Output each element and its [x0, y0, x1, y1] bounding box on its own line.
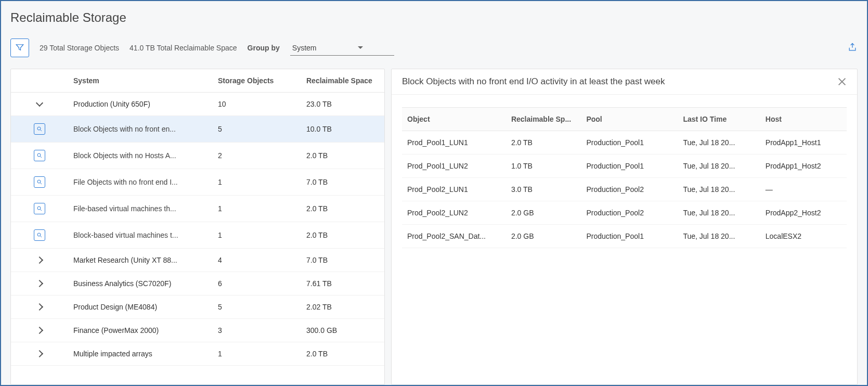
export-button[interactable] — [847, 41, 858, 55]
rule-name: Block Objects with no Hosts A... — [68, 144, 213, 167]
svg-point-0 — [37, 127, 41, 130]
table-row[interactable]: Prod_Pool1_LUN2 1.0 TB Production_Pool1 … — [402, 155, 847, 178]
system-name[interactable]: Production (Unity 650F) — [68, 93, 213, 115]
rule-row[interactable]: Block Objects with no Hosts A... 2 2.0 T… — [11, 143, 384, 169]
svg-point-3 — [37, 207, 41, 210]
row-last-io: Tue, Jul 18 20... — [678, 155, 757, 177]
object-link[interactable]: Prod_Pool1_LUN1 — [402, 131, 503, 154]
system-space: 2.0 TB — [301, 342, 384, 365]
rule-objects: 1 — [213, 197, 301, 220]
row-space: 1.0 TB — [506, 155, 578, 177]
rule-icon — [34, 229, 45, 241]
row-host: LocalESX2 — [760, 225, 847, 248]
system-name[interactable]: Market Research (Unity XT 88... — [68, 249, 213, 272]
filter-icon — [15, 43, 24, 54]
rule-objects: 2 — [213, 144, 301, 167]
rule-objects: 1 — [213, 224, 301, 247]
system-row[interactable]: Market Research (Unity XT 88... 4 7.0 TB — [11, 249, 384, 272]
col-object[interactable]: Object — [402, 108, 503, 131]
table-row[interactable]: Prod_Pool2_LUN2 2.0 GB Production_Pool2 … — [402, 201, 847, 225]
system-name[interactable]: Business Analytics (SC7020F) — [68, 272, 213, 295]
pool-link[interactable]: Production_Pool1 — [581, 131, 675, 154]
rule-name: Block-based virtual machines t... — [68, 224, 213, 247]
table-row[interactable]: Prod_Pool1_LUN1 2.0 TB Production_Pool1 … — [402, 131, 847, 155]
page-title: Reclaimable Storage — [10, 10, 858, 25]
close-button[interactable] — [837, 77, 847, 86]
rule-row[interactable]: Block Objects with no front en... 5 10.0… — [11, 116, 384, 143]
col-last-io[interactable]: Last IO Time — [678, 108, 757, 131]
system-name[interactable]: Finance (PowerMax 2000) — [68, 319, 213, 342]
rule-icon — [34, 203, 45, 214]
group-by-select[interactable]: System — [290, 41, 394, 56]
col-reclaimable-space[interactable]: Reclaimable Sp... — [506, 108, 578, 131]
filter-button[interactable] — [10, 38, 29, 57]
chevron-right-icon[interactable] — [36, 350, 43, 357]
row-last-io: Tue, Jul 18 20... — [678, 201, 757, 224]
detail-title: Block Objects with no front end I/O acti… — [402, 76, 665, 87]
system-objects: 10 — [213, 93, 301, 115]
svg-point-1 — [37, 153, 41, 157]
systems-panel: System Storage Objects Reclaimable Space… — [10, 69, 385, 385]
total-reclaimable-text: 41.0 TB Total Reclaimable Space — [129, 44, 237, 52]
row-host: ProdApp2_Host2 — [760, 201, 847, 224]
group-by-value: System — [292, 44, 317, 52]
chevron-down-icon — [358, 46, 363, 49]
object-link[interactable]: Prod_Pool1_LUN2 — [402, 155, 503, 177]
system-space: 2.02 TB — [301, 295, 384, 318]
table-row[interactable]: Prod_Pool2_SAN_Dat... 2.0 GB Production_… — [402, 225, 847, 248]
chevron-right-icon[interactable] — [36, 280, 43, 287]
rule-name: File Objects with no front end I... — [68, 171, 213, 194]
system-objects: 6 — [213, 272, 301, 295]
chevron-down-icon[interactable] — [36, 99, 43, 107]
rule-row[interactable]: File Objects with no front end I... 1 7.… — [11, 169, 384, 196]
group-by-label: Group by — [248, 44, 280, 52]
detail-table-header: Object Reclaimable Sp... Pool Last IO Ti… — [402, 107, 847, 131]
svg-point-4 — [37, 233, 41, 236]
rule-space: 2.0 TB — [301, 197, 384, 220]
rule-space: 10.0 TB — [301, 118, 384, 140]
chevron-right-icon[interactable] — [36, 256, 43, 264]
row-space: 2.0 TB — [506, 131, 578, 154]
chevron-right-icon[interactable] — [36, 327, 43, 334]
table-row[interactable]: Prod_Pool2_LUN1 3.0 TB Production_Pool2 … — [402, 178, 847, 201]
systems-table-header: System Storage Objects Reclaimable Space — [11, 69, 384, 93]
object-link[interactable]: Prod_Pool2_LUN1 — [402, 178, 503, 201]
object-link[interactable]: Prod_Pool2_LUN2 — [402, 201, 503, 224]
rule-row[interactable]: File-based virtual machines th... 1 2.0 … — [11, 196, 384, 222]
svg-point-2 — [37, 180, 41, 183]
system-objects: 4 — [213, 249, 301, 272]
rule-space: 7.0 TB — [301, 171, 384, 194]
system-name[interactable]: Product Design (ME4084) — [68, 295, 213, 318]
rule-space: 2.0 TB — [301, 144, 384, 167]
col-reclaimable-space[interactable]: Reclaimable Space — [301, 69, 384, 92]
row-last-io: Tue, Jul 18 20... — [678, 131, 757, 154]
system-row[interactable]: Finance (PowerMax 2000) 3 300.0 GB — [11, 319, 384, 342]
chevron-right-icon[interactable] — [36, 303, 43, 311]
total-objects-text: 29 Total Storage Objects — [40, 44, 119, 52]
system-objects: 3 — [213, 319, 301, 342]
col-system[interactable]: System — [68, 69, 213, 92]
rule-icon — [34, 176, 45, 188]
system-row[interactable]: Production (Unity 650F) 10 23.0 TB — [11, 93, 384, 116]
pool-link[interactable]: Production_Pool1 — [581, 225, 675, 248]
rule-objects: 1 — [213, 171, 301, 194]
pool-link[interactable]: Production_Pool2 — [581, 178, 675, 201]
pool-link[interactable]: Production_Pool2 — [581, 201, 675, 224]
toolbar: 29 Total Storage Objects 41.0 TB Total R… — [10, 38, 858, 57]
rule-row[interactable]: Block-based virtual machines t... 1 2.0 … — [11, 222, 384, 249]
row-last-io: Tue, Jul 18 20... — [678, 225, 757, 248]
system-space: 7.61 TB — [301, 272, 384, 295]
system-objects: 1 — [213, 342, 301, 365]
row-space: 3.0 TB — [506, 178, 578, 201]
pool-link[interactable]: Production_Pool1 — [581, 155, 675, 177]
system-space: 300.0 GB — [301, 319, 384, 342]
col-host[interactable]: Host — [760, 108, 847, 131]
system-row[interactable]: Multiple impacted arrays 1 2.0 TB — [11, 342, 384, 366]
col-pool[interactable]: Pool — [581, 108, 675, 131]
rule-name: File-based virtual machines th... — [68, 197, 213, 220]
system-row[interactable]: Product Design (ME4084) 5 2.02 TB — [11, 295, 384, 319]
system-row[interactable]: Business Analytics (SC7020F) 6 7.61 TB — [11, 272, 384, 295]
col-storage-objects[interactable]: Storage Objects — [213, 69, 301, 92]
object-link[interactable]: Prod_Pool2_SAN_Dat... — [402, 225, 503, 248]
row-space: 2.0 GB — [506, 225, 578, 248]
